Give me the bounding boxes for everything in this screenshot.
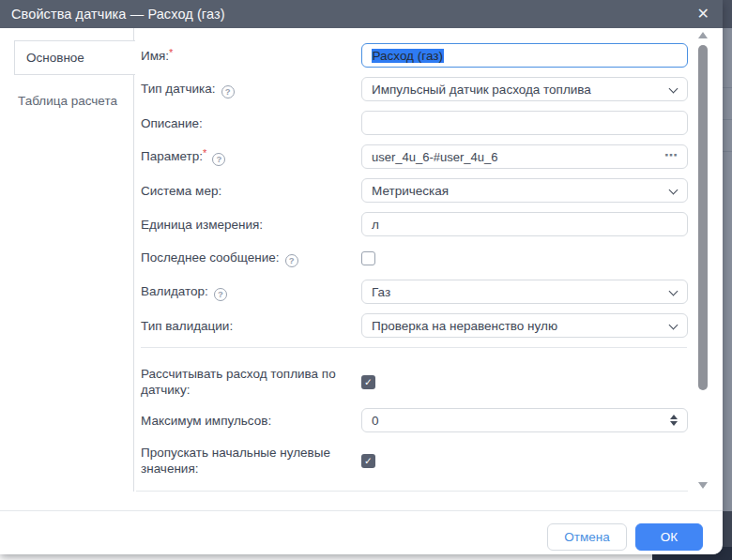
- ok-button[interactable]: ОК: [635, 523, 703, 551]
- tab-rail: Основное Таблица расчета: [0, 28, 134, 492]
- last-message-checkbox[interactable]: [361, 251, 375, 265]
- description-label: Описание:: [141, 115, 361, 131]
- sensor-type-select[interactable]: Импульсный датчик расхода топлива: [361, 77, 688, 101]
- more-options-icon[interactable]: ⋯: [664, 147, 679, 162]
- dialog-title: Свойства датчика — Расход (газ): [11, 7, 225, 22]
- calc-fuel-checkbox[interactable]: ✓: [361, 375, 375, 389]
- form-row-validator: Валидатор:? Газ: [141, 280, 689, 304]
- form-row-sensor-type: Тип датчика:? Импульсный датчик расхода …: [141, 77, 689, 101]
- unit-input[interactable]: л: [361, 212, 688, 236]
- form-row-validation-type: Тип валидации: Проверка на неравенство н…: [141, 313, 689, 338]
- scrollbar-thumb[interactable]: [698, 45, 708, 390]
- name-label: Имя:*: [141, 48, 361, 64]
- dialog-titlebar: Свойства датчика — Расход (газ) ✕: [0, 0, 723, 28]
- form-row-calc-fuel: Рассчитывать расход топлива по датчику: …: [141, 363, 689, 401]
- validator-select[interactable]: Газ: [361, 280, 688, 304]
- calc-fuel-label: Рассчитывать расход топлива по датчику:: [141, 366, 361, 398]
- max-impulses-input[interactable]: 0: [361, 408, 688, 432]
- name-input[interactable]: Расход (газ): [361, 43, 688, 68]
- description-input[interactable]: [361, 111, 688, 135]
- skip-zeros-checkbox[interactable]: ✓: [361, 454, 375, 468]
- form-row-name: Имя:* Расход (газ): [141, 43, 689, 68]
- tab-main-label: Основное: [26, 51, 84, 65]
- parameter-label: Параметр:*?: [141, 148, 361, 166]
- parameter-value: user_4u_6-#user_4u_6: [372, 150, 497, 164]
- validation-type-select[interactable]: Проверка на неравенство нулю: [361, 313, 688, 338]
- skip-zeros-label: Пропускать начальные нулевые значения:: [141, 445, 361, 477]
- validation-type-value: Проверка на неравенство нулю: [372, 319, 557, 333]
- sensor-type-value: Импульсный датчик расхода топлива: [372, 83, 591, 97]
- required-marker: *: [169, 47, 173, 58]
- vertical-scrollbar[interactable]: [695, 28, 710, 492]
- section-divider: [141, 347, 687, 348]
- form-row-max-impulses: Максимум импульсов: 0: [141, 408, 689, 432]
- tab-calc-table-label: Таблица расчета: [18, 94, 117, 108]
- sensor-properties-dialog: Свойства датчика — Расход (газ) ✕ Основн…: [0, 0, 723, 554]
- required-marker: *: [203, 147, 206, 159]
- close-icon[interactable]: ✕: [696, 7, 709, 22]
- help-icon[interactable]: ?: [221, 85, 235, 98]
- dialog-footer: Отмена ОК: [0, 510, 723, 553]
- last-message-label: Последнее сообщение:?: [141, 250, 361, 267]
- name-input-selected-text: Расход (газ): [372, 49, 444, 63]
- content-bottom-border: [136, 491, 688, 492]
- tab-calc-table[interactable]: Таблица расчета: [0, 86, 133, 114]
- tab-main[interactable]: Основное: [14, 40, 135, 75]
- cancel-button[interactable]: Отмена: [547, 523, 627, 551]
- validator-value: Газ: [372, 285, 390, 299]
- form-row-last-message: Последнее сообщение:?: [141, 246, 689, 270]
- measure-system-label: Система мер:: [141, 183, 361, 199]
- max-impulses-value: 0: [372, 414, 379, 428]
- number-stepper-icon[interactable]: [670, 415, 678, 426]
- scroll-down-icon[interactable]: [698, 482, 708, 489]
- scroll-up-icon[interactable]: [698, 32, 708, 38]
- dialog-body: Основное Таблица расчета Имя:* Расход (г…: [0, 28, 723, 510]
- sensor-type-label: Тип датчика:?: [141, 81, 361, 98]
- parameter-input[interactable]: user_4u_6-#user_4u_6: [361, 144, 688, 169]
- form-row-measure-system: Система мер: Метрическая: [141, 178, 689, 203]
- measure-system-value: Метрическая: [372, 184, 449, 198]
- help-icon[interactable]: ?: [212, 153, 225, 166]
- validation-type-label: Тип валидации:: [141, 318, 361, 334]
- form-row-skip-zeros: Пропускать начальные нулевые значения: ✓: [141, 442, 689, 479]
- validator-label: Валидатор:?: [141, 283, 361, 301]
- form-row-parameter: Параметр:*? user_4u_6-#user_4u_6 ⋯: [141, 144, 689, 169]
- form-row-description: Описание:: [141, 111, 689, 135]
- unit-label: Единица измерения:: [141, 217, 361, 233]
- unit-value: л: [372, 218, 379, 232]
- max-impulses-label: Максимум импульсов:: [141, 413, 361, 429]
- form-pane: Имя:* Расход (газ) Тип датчика:? Импульс…: [135, 28, 689, 502]
- help-icon[interactable]: ?: [285, 254, 298, 267]
- measure-system-select[interactable]: Метрическая: [361, 178, 688, 203]
- form-row-unit: Единица измерения: л: [141, 212, 689, 236]
- help-icon[interactable]: ?: [214, 288, 227, 301]
